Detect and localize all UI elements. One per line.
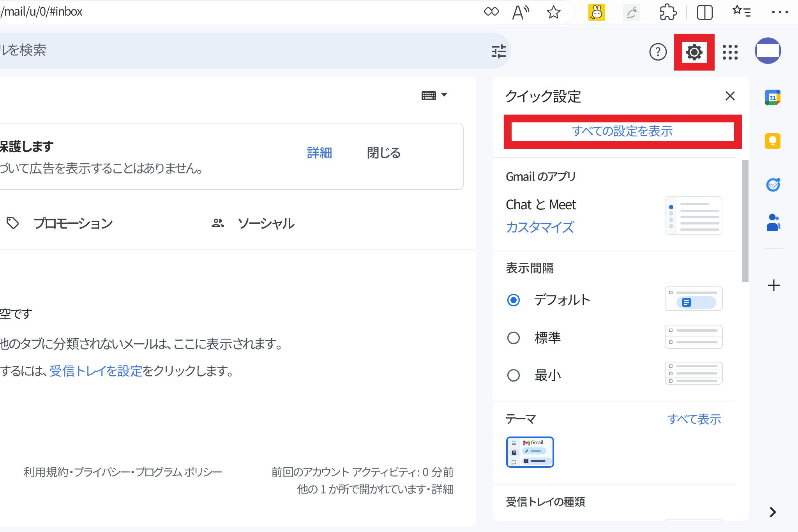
svg-text:31: 31 — [770, 94, 776, 101]
